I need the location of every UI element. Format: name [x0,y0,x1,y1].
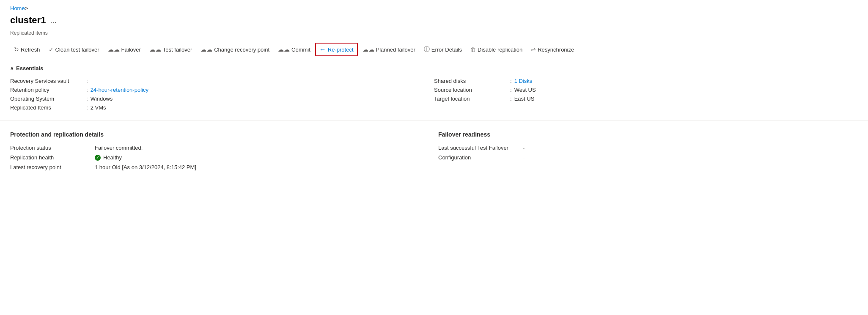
protection-col: Protection and replication details Prote… [10,131,430,172]
os-label: Operating System [10,96,86,102]
source-label: Source location [434,87,510,93]
breadcrumb: Home > [0,0,868,13]
check-icon [49,46,54,53]
details-section: Protection and replication details Prote… [0,125,868,178]
resynchronize-label: Resynchronize [538,47,574,53]
last-test-failover-label: Last successful Test Failover [438,145,523,151]
commit-button[interactable]: ☁ Commit [274,44,314,55]
toolbar: Refresh Clean test failover ☁ Failover ☁… [0,40,868,59]
change-recovery-point-label: Change recovery point [214,47,269,53]
essentials-row-retention: Retention policy : 24-hour-retention-pol… [10,85,434,94]
page-header: cluster1 ... [0,13,868,30]
refresh-button[interactable]: Refresh [10,44,44,55]
failover-col: Failover readiness Last successful Test … [438,131,858,172]
arrow-left-icon: ← [319,46,326,53]
disable-replication-label: Disable replication [478,47,522,53]
error-details-label: Error Details [431,47,462,53]
replication-health-value: Healthy [95,154,430,161]
protection-status-label: Protection status [10,145,95,151]
recovery-point-row: Latest recovery point 1 hour Old [As on … [10,162,430,172]
error-details-button[interactable]: ⓘ Error Details [420,43,466,56]
essentials-row-vault: Recovery Services vault : [10,77,434,85]
essentials-right: Shared disks : 1 Disks Source location :… [434,77,858,112]
retention-value: 24-hour-retention-policy [91,87,148,93]
os-value: Windows [91,96,113,102]
re-protect-button[interactable]: ← Re-protect [315,43,358,56]
clean-test-failover-button[interactable]: Clean test failover [45,44,103,55]
trash-icon: 🗑 [470,47,476,53]
failover-button[interactable]: ☁ Failover [104,44,145,55]
failover-label: Failover [121,47,141,53]
configuration-value: - [523,154,858,161]
essentials-section: ∧ Essentials Recovery Services vault : R… [0,59,868,116]
healthy-text: Healthy [103,154,122,161]
configuration-row: Configuration - [438,153,858,162]
last-test-failover-row: Last successful Test Failover - [438,143,858,153]
planned-failover-label: Planned failover [376,47,415,53]
recovery-point-value: 1 hour Old [As on 3/12/2024, 8:15:42 PM] [95,164,430,170]
shared-link[interactable]: 1 Disks [514,78,533,84]
vault-label: Recovery Services vault [10,78,86,84]
configuration-label: Configuration [438,154,523,161]
essentials-chevron[interactable]: ∧ [10,66,14,71]
info-icon: ⓘ [424,46,430,53]
shared-value: 1 Disks [514,78,533,84]
cloud-icon-test: ☁ [149,46,161,53]
cloud-icon-commit: ☁ [278,46,290,53]
re-protect-label: Re-protect [328,47,354,53]
replication-health-row: Replication health Healthy [10,153,430,162]
replication-health-label: Replication health [10,154,95,161]
planned-failover-button[interactable]: ☁ Planned failover [359,44,419,55]
recovery-point-label: Latest recovery point [10,164,95,170]
clean-test-failover-label: Clean test failover [55,47,99,53]
essentials-row-target: Target location : East US [434,94,858,103]
target-value: East US [514,96,535,102]
essentials-row-source: Source location : West US [434,85,858,94]
retention-link[interactable]: 24-hour-retention-policy [91,87,148,93]
essentials-row-os: Operating System : Windows [10,94,434,103]
resync-icon: ⇌ [531,46,536,53]
test-failover-label: Test failover [163,47,192,53]
essentials-row-shared: Shared disks : 1 Disks [434,77,858,85]
breadcrumb-sep: > [25,5,28,11]
section-divider [0,121,868,121]
protection-status-value: Failover committed. [95,145,430,151]
protection-heading: Protection and replication details [10,131,430,138]
refresh-icon [14,46,19,53]
refresh-label: Refresh [21,47,40,53]
source-value: West US [514,87,536,93]
page-title: cluster1 [10,15,46,26]
shared-label: Shared disks [434,78,510,84]
essentials-heading: Essentials [16,65,43,71]
last-test-failover-value: - [523,145,858,151]
page-more-button[interactable]: ... [50,16,56,25]
essentials-grid: Recovery Services vault : Retention poli… [10,77,858,112]
home-link[interactable]: Home [10,5,25,11]
essentials-row-replicated: Replicated Items : 2 VMs [10,103,434,112]
cloud-icon-failover: ☁ [108,46,120,53]
target-label: Target location [434,96,510,102]
replicated-label: Replicated Items [10,104,86,111]
commit-label: Commit [291,47,310,53]
healthy-icon [95,155,101,161]
cloud-icon-planned: ☁ [363,46,374,53]
disable-replication-button[interactable]: 🗑 Disable replication [467,44,526,55]
test-failover-button[interactable]: ☁ Test failover [146,44,196,55]
essentials-title: ∧ Essentials [10,65,858,71]
essentials-left: Recovery Services vault : Retention poli… [10,77,434,112]
retention-label: Retention policy [10,87,86,93]
failover-heading: Failover readiness [438,131,858,138]
replicated-value: 2 VMs [91,104,106,111]
page-subtitle: Replicated items [0,30,868,40]
change-recovery-point-button[interactable]: ☁ Change recovery point [197,44,273,55]
cloud-icon-recovery: ☁ [201,46,212,53]
resynchronize-button[interactable]: ⇌ Resynchronize [527,44,578,55]
protection-status-row: Protection status Failover committed. [10,143,430,153]
